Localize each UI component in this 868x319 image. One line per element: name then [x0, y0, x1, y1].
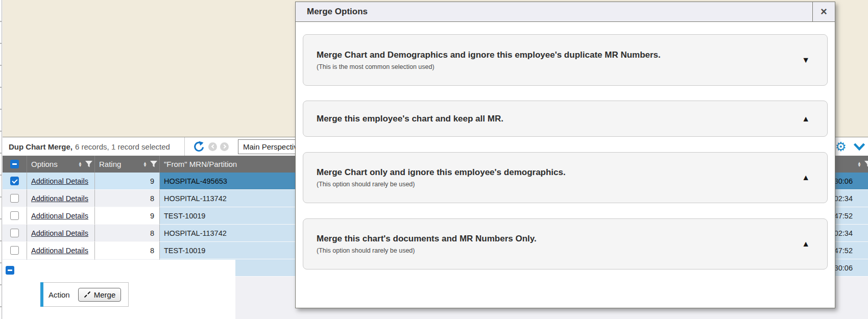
row-checkbox[interactable] — [10, 229, 19, 237]
filter-icon[interactable] — [864, 161, 868, 167]
triangle-up-icon: ▲ — [802, 114, 810, 124]
merge-icon — [84, 291, 91, 298]
sort-icon[interactable]: ▲▼ — [143, 162, 147, 167]
additional-details-link[interactable]: Additional Details — [31, 212, 88, 220]
merge-option-keep-all-mr[interactable]: Merge this employee's chart and keep all… — [303, 101, 828, 137]
sort-icon[interactable]: ▲▼ — [857, 162, 861, 167]
row-checkbox[interactable] — [10, 246, 19, 255]
row-select-cell — [3, 242, 27, 259]
grid-footer: Action Merge — [3, 260, 235, 319]
options-cell: Additional Details — [27, 207, 95, 225]
merge-button[interactable]: Merge — [78, 288, 122, 302]
grid-title: Dup Chart Merge, 6 records, 1 record sel… — [3, 137, 185, 156]
row-select-cell — [3, 225, 27, 242]
minus-icon — [10, 160, 19, 168]
option-subtitle: (This option should rarely be used) — [317, 181, 802, 188]
row-checkbox[interactable] — [10, 211, 19, 220]
option-title: Merge Chart and Demographics and ignore … — [317, 50, 802, 60]
additional-details-link[interactable]: Additional Details — [31, 177, 88, 185]
merge-option-chart-and-demographics[interactable]: Merge Chart and Demographics and ignore … — [303, 34, 828, 86]
gear-icon[interactable]: ⚙ — [835, 140, 847, 153]
column-label: "From" MRN/Partition — [164, 160, 237, 168]
merge-option-chart-only[interactable]: Merge Chart only and ignore this employe… — [303, 152, 828, 203]
grid-title-name: Dup Chart Merge, — [9, 142, 73, 151]
column-label: Rating — [99, 160, 121, 168]
action-tab: Action Merge — [43, 282, 129, 307]
action-label: Action — [49, 290, 70, 299]
options-cell: Additional Details — [27, 242, 95, 259]
rating-cell: 8 — [95, 190, 160, 207]
rating-cell: 9 — [95, 173, 160, 190]
rating-cell: 8 — [95, 225, 160, 242]
row-select-cell — [3, 207, 27, 225]
filter-icon[interactable] — [150, 161, 157, 167]
triangle-up-icon: ▲ — [802, 239, 810, 249]
prev-page-icon[interactable] — [208, 142, 217, 151]
row-select-cell — [3, 173, 27, 190]
filter-icon[interactable] — [85, 161, 92, 167]
column-label: Options — [31, 160, 58, 168]
option-title: Merge this employee's chart and keep all… — [317, 114, 802, 124]
column-header-options[interactable]: Options ▲▼ — [27, 156, 95, 173]
row-checkbox[interactable] — [10, 177, 19, 185]
dialog-title: Merge Options — [296, 2, 812, 21]
rating-cell: 8 — [95, 242, 160, 259]
row-select-cell — [3, 190, 27, 207]
close-icon: × — [821, 5, 827, 18]
merge-option-documents-and-mr-only[interactable]: Merge this chart's documents and MR Numb… — [303, 218, 828, 269]
triangle-down-icon: ▼ — [802, 56, 810, 65]
footer-minus-icon[interactable] — [6, 266, 14, 275]
additional-details-link[interactable]: Additional Details — [31, 229, 88, 237]
column-header-rating[interactable]: Rating ▲▼ — [95, 156, 160, 173]
additional-details-link[interactable]: Additional Details — [31, 194, 88, 203]
perspective-value: Main Perspective — [243, 142, 302, 151]
options-cell: Additional Details — [27, 190, 95, 207]
dialog-body: Merge Chart and Demographics and ignore … — [296, 22, 835, 269]
dialog-header: Merge Options × — [296, 2, 835, 22]
option-title: Merge Chart only and ignore this employe… — [317, 167, 802, 178]
refresh-icon[interactable] — [193, 140, 205, 153]
sort-icon[interactable]: ▲▼ — [78, 162, 82, 167]
grid-record-count: 6 records, 1 record selected — [75, 142, 170, 151]
chevron-left-icon — [211, 144, 215, 149]
merge-options-dialog: Merge Options × Merge Chart and Demograp… — [295, 2, 835, 308]
next-page-icon[interactable] — [220, 142, 229, 151]
option-subtitle: (This is the most common selection used) — [317, 63, 802, 70]
options-cell: Additional Details — [27, 173, 95, 190]
chevron-down-icon[interactable] — [853, 143, 865, 151]
option-subtitle: (This option should rarely be used) — [317, 247, 802, 254]
select-all-checkbox[interactable] — [3, 156, 27, 173]
additional-details-link[interactable]: Additional Details — [31, 247, 88, 255]
merge-button-label: Merge — [94, 290, 116, 299]
chevron-right-icon — [222, 144, 226, 149]
rating-cell: 9 — [95, 207, 160, 225]
triangle-up-icon: ▲ — [802, 173, 810, 182]
close-button[interactable]: × — [812, 2, 835, 21]
left-ruler — [0, 0, 2, 319]
row-checkbox[interactable] — [10, 194, 19, 203]
options-cell: Additional Details — [27, 225, 95, 242]
option-title: Merge this chart's documents and MR Numb… — [317, 234, 802, 244]
